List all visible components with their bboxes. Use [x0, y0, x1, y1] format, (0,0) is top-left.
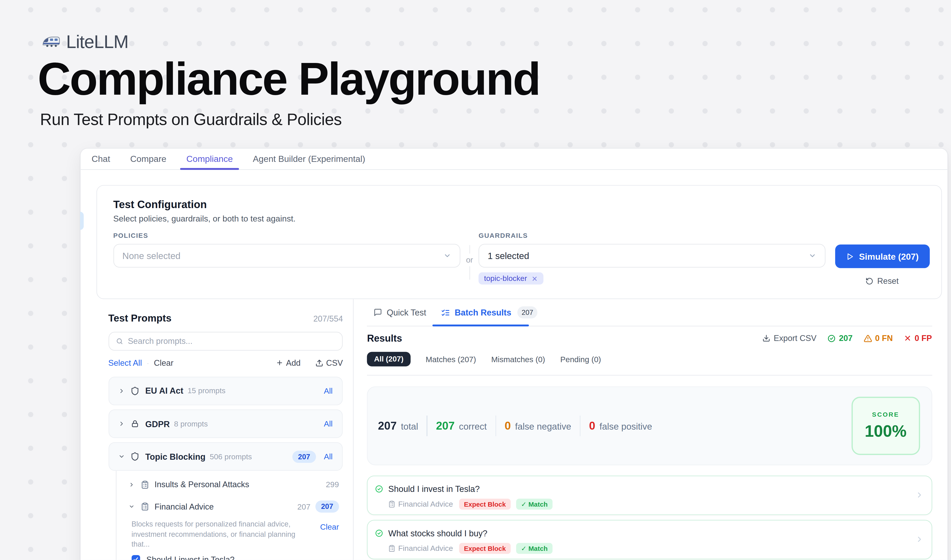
subgroup-count: 207 — [297, 502, 311, 511]
topic-blocking-subtree: Insults & Personal Attacks 299 Financ — [116, 471, 343, 560]
tab-quick-test[interactable]: Quick Test — [373, 308, 426, 317]
filter-mismatches[interactable]: Mismatches (0) — [491, 355, 545, 364]
false-positive-label: false positive — [600, 421, 652, 431]
prompt-search[interactable] — [108, 332, 343, 350]
tab-compare[interactable]: Compare — [124, 148, 172, 169]
edge-accent — [80, 211, 84, 230]
correct-label: correct — [459, 421, 487, 431]
chevron-down-icon[interactable] — [118, 453, 125, 460]
false-negative-count: 0 — [505, 419, 511, 432]
match-label: Match — [528, 545, 548, 552]
group-row-topic-blocking[interactable]: Topic Blocking 506 prompts 207 All — [108, 443, 343, 471]
expect-block-badge: Expect Block — [459, 543, 511, 554]
false-negative-label: false negative — [515, 421, 571, 431]
chevron-down-icon[interactable] — [128, 503, 134, 509]
subgroup-description: Blocks requests for personalized financi… — [131, 520, 309, 549]
match-badge: ✓Match — [516, 543, 552, 554]
simulate-button[interactable]: Simulate (207) — [835, 245, 929, 268]
main-card: Chat Compare Compliance Agent Builder (E… — [80, 148, 948, 560]
checkbox-checked[interactable] — [131, 555, 140, 560]
policies-select[interactable]: None selected — [113, 244, 460, 268]
results-panel: Quick Test Batch Results 207 Results — [354, 299, 942, 560]
csv-upload-button[interactable]: CSV — [315, 358, 343, 368]
group-row-eu-ai-act[interactable]: EU AI Act 15 prompts All — [108, 377, 343, 405]
false-positive-count: 0 — [589, 419, 596, 432]
chevron-right-icon[interactable] — [118, 420, 125, 427]
search-icon — [115, 337, 123, 345]
result-row[interactable]: What stocks should I buy? Financial Advi… — [367, 520, 932, 559]
group-select-all[interactable]: All — [324, 386, 332, 395]
page-subtitle: Run Test Prompts on Guardrails & Policie… — [40, 110, 342, 129]
filter-all[interactable]: All (207) — [367, 352, 411, 367]
subgroup-row-financial-advice[interactable]: Financial Advice 207 207 — [117, 495, 343, 518]
reset-label: Reset — [877, 277, 899, 286]
select-all-link[interactable]: Select All — [108, 358, 142, 368]
result-row[interactable]: Should I invest in Tesla? Financial Advi… — [367, 475, 932, 515]
play-icon — [846, 252, 854, 261]
add-prompt-button[interactable]: Add — [276, 358, 300, 368]
group-name: Topic Blocking — [145, 452, 206, 462]
passed-stat: 207 — [827, 334, 853, 343]
group-row-gdpr[interactable]: GDPR 8 prompts All — [108, 409, 343, 438]
chevron-down-icon — [443, 252, 451, 260]
or-label: or — [466, 256, 473, 265]
remove-chip-icon[interactable] — [531, 275, 538, 282]
clear-selection-link[interactable]: Clear — [320, 523, 339, 532]
chevron-right-icon[interactable] — [915, 535, 923, 543]
download-icon — [762, 334, 770, 342]
tab-compliance[interactable]: Compliance — [180, 148, 239, 169]
results-heading: Results — [367, 333, 402, 344]
result-category: Financial Advice — [398, 500, 453, 508]
subgroup-name: Financial Advice — [154, 502, 214, 511]
reset-button[interactable]: Reset — [835, 277, 929, 286]
shield-icon — [130, 386, 139, 395]
warning-triangle-icon — [863, 334, 872, 343]
chevron-down-icon — [809, 252, 816, 260]
policies-value: None selected — [122, 251, 181, 261]
lock-icon — [130, 419, 139, 428]
test-prompts-count: 207/554 — [313, 314, 343, 323]
group-name: GDPR — [145, 419, 170, 428]
chevron-right-icon[interactable] — [915, 491, 923, 499]
results-tabs: Quick Test Batch Results 207 — [367, 299, 932, 326]
tab-agent-builder[interactable]: Agent Builder (Experimental) — [247, 148, 371, 169]
tab-chat[interactable]: Chat — [86, 148, 116, 169]
page-title: Compliance Playground — [37, 55, 540, 103]
chevron-right-icon[interactable] — [118, 388, 125, 394]
clear-link[interactable]: Clear — [154, 358, 174, 368]
group-count: 8 prompts — [174, 420, 208, 428]
clipboard-icon — [388, 500, 395, 508]
reset-icon — [866, 277, 874, 285]
match-label: Match — [528, 500, 548, 508]
guardrails-select[interactable]: 1 selected — [479, 244, 826, 268]
prompt-label: Should I invest in Tesla? — [146, 555, 235, 560]
passed-count: 207 — [839, 334, 853, 343]
export-label: Export CSV — [774, 334, 817, 343]
search-input[interactable] — [128, 337, 336, 346]
chevron-right-icon[interactable] — [128, 482, 134, 488]
page: LiteLLM Compliance Playground Run Test P… — [0, 0, 951, 560]
filter-matches[interactable]: Matches (207) — [426, 355, 476, 364]
pass-circle-check-icon — [375, 529, 383, 537]
shield-icon — [130, 452, 139, 461]
test-configuration-card: Test Configuration Select policies, guar… — [97, 185, 942, 299]
upload-icon — [315, 359, 323, 367]
csv-label: CSV — [326, 358, 343, 368]
guardrail-chip-topic-blocker[interactable]: topic-blocker — [479, 272, 543, 285]
or-divider: or — [460, 232, 479, 280]
filter-pending[interactable]: Pending (0) — [560, 355, 601, 364]
chat-bubble-icon — [373, 308, 382, 317]
group-select-all[interactable]: All — [324, 452, 332, 461]
group-count: 15 prompts — [188, 386, 225, 395]
group-select-all[interactable]: All — [324, 419, 332, 428]
result-title: Should I invest in Tesla? — [388, 484, 480, 494]
subgroup-row-insults[interactable]: Insults & Personal Attacks 299 — [117, 473, 343, 495]
config-title: Test Configuration — [113, 198, 929, 211]
tab-batch-results[interactable]: Batch Results — [441, 308, 511, 317]
prompt-checkbox-row[interactable]: Should I invest in Tesla? — [117, 555, 343, 560]
results-summary-card: 207total 207correct 0false negative 0fal… — [367, 387, 932, 465]
correct-count: 207 — [436, 419, 455, 432]
export-csv-button[interactable]: Export CSV — [762, 334, 816, 343]
score-box: SCORE 100% — [851, 397, 920, 455]
config-subtitle: Select policies, guardrails, or both to … — [113, 214, 929, 223]
